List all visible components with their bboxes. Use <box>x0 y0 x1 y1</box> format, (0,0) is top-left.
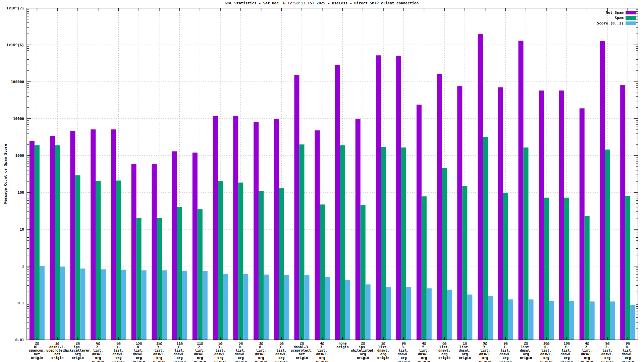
bar-score-0-1-21 <box>447 290 452 340</box>
bar-spam-8 <box>177 207 182 340</box>
y-tick-label: 1x10^{7} <box>1 6 24 10</box>
bar-not-spam-5 <box>111 129 116 340</box>
bar-score-0-1-11 <box>243 274 248 340</box>
bar-not-spam-9 <box>193 153 198 340</box>
bar-spam-13 <box>279 188 284 340</box>
bar-not-spam-3 <box>70 131 75 340</box>
bar-score-0-1-18 <box>386 287 391 340</box>
bar-spam-11 <box>238 183 243 340</box>
y-tick-label: 1x10^{6} <box>1 43 24 47</box>
bar-score-0-1-9 <box>203 271 208 340</box>
plot-area <box>0 0 644 362</box>
bar-spam-4 <box>96 181 101 340</box>
bar-not-spam-18 <box>376 55 381 340</box>
legend-row-notspam: Not Spam <box>597 11 636 14</box>
bar-spam-27 <box>564 198 569 340</box>
legend-row-spam: Spam <box>597 16 636 20</box>
bar-not-spam-13 <box>274 119 279 340</box>
bar-spam-28 <box>585 216 590 340</box>
bar-score-0-1-19 <box>406 287 411 340</box>
bar-spam-17 <box>361 205 366 340</box>
bar-score-0-1-25 <box>528 299 533 340</box>
bar-score-0-1-10 <box>223 274 228 340</box>
bar-not-spam-19 <box>396 56 401 340</box>
bar-not-spam-6 <box>131 164 137 340</box>
bar-not-spam-27 <box>559 90 564 340</box>
legend-row-score: Score (0..1) <box>597 21 636 25</box>
bar-score-0-1-22 <box>467 295 472 340</box>
bar-not-spam-28 <box>580 108 585 340</box>
bar-score-0-1-30 <box>630 305 635 340</box>
legend-swatch-notspam <box>626 11 636 14</box>
bar-not-spam-1 <box>30 141 35 340</box>
bar-score-0-1-6 <box>142 270 147 340</box>
bar-not-spam-25 <box>518 41 523 340</box>
bar-not-spam-11 <box>233 116 238 340</box>
bar-spam-21 <box>442 168 447 340</box>
bar-score-0-1-26 <box>549 301 554 340</box>
bar-not-spam-4 <box>91 129 96 340</box>
bar-spam-22 <box>462 186 467 340</box>
y-tick-label: 0.1 <box>1 301 24 305</box>
x-tick-label: 9@ 0. list. dnswl. org origin <box>604 342 644 362</box>
bar-not-spam-21 <box>437 74 442 340</box>
legend-swatch-spam <box>626 16 636 20</box>
y-tick-label: 100 <box>1 190 24 195</box>
bar-score-0-1-7 <box>162 270 167 340</box>
y-tick-label: 100000 <box>1 80 24 84</box>
bar-score-0-1-16 <box>345 280 350 340</box>
bar-score-0-1-15 <box>325 277 330 340</box>
bar-score-0-1-2 <box>60 266 65 340</box>
bar-spam-23 <box>483 137 488 340</box>
bar-spam-15 <box>320 204 325 340</box>
bar-not-spam-8 <box>172 151 177 340</box>
bar-spam-9 <box>198 209 203 340</box>
y-tick-label: 1000 <box>1 154 24 158</box>
bar-score-0-1-4 <box>101 269 106 340</box>
bar-not-spam-29 <box>600 41 605 340</box>
y-tick-label: 10000 <box>1 117 24 121</box>
y-tick-label: 1 <box>1 264 24 268</box>
bar-not-spam-14 <box>294 75 299 340</box>
bar-score-0-1-20 <box>427 288 432 340</box>
bar-spam-16 <box>340 145 345 340</box>
bar-spam-1 <box>35 145 40 340</box>
bar-spam-30 <box>625 196 630 340</box>
bar-score-0-1-12 <box>264 275 269 340</box>
bar-spam-12 <box>259 191 264 340</box>
bar-score-0-1-23 <box>488 296 493 340</box>
bar-spam-26 <box>544 198 549 340</box>
bar-not-spam-24 <box>498 87 503 340</box>
bar-not-spam-16 <box>335 65 340 340</box>
legend-label-spam: Spam <box>615 16 624 20</box>
bar-score-0-1-3 <box>80 268 85 340</box>
bar-spam-14 <box>299 144 304 340</box>
bar-not-spam-12 <box>254 122 259 340</box>
bar-score-0-1-27 <box>569 301 574 340</box>
rbl-statistics-chart: RBL Statistics - Sat Dec 6 12:58:13 EST … <box>0 0 644 362</box>
bar-score-0-1-8 <box>182 271 187 340</box>
bar-spam-6 <box>137 218 142 340</box>
bar-not-spam-30 <box>620 85 625 340</box>
bar-spam-10 <box>218 181 223 340</box>
bar-spam-7 <box>157 218 162 340</box>
bar-spam-25 <box>523 147 528 340</box>
bar-not-spam-20 <box>417 105 422 340</box>
bar-score-0-1-29 <box>610 301 615 340</box>
bar-not-spam-7 <box>152 164 157 340</box>
legend-label-score: Score (0..1) <box>597 21 624 25</box>
bar-spam-18 <box>381 147 386 340</box>
bar-not-spam-23 <box>478 34 483 340</box>
bar-spam-24 <box>503 193 508 340</box>
legend: Not Spam Spam Score (0..1) <box>597 11 636 25</box>
bar-score-0-1-14 <box>304 275 309 340</box>
bar-score-0-1-5 <box>121 270 126 340</box>
bar-spam-19 <box>401 147 406 340</box>
bar-score-0-1-24 <box>508 299 513 340</box>
legend-swatch-score <box>626 21 636 25</box>
bar-spam-3 <box>75 175 80 340</box>
bar-not-spam-22 <box>457 86 462 340</box>
bar-score-0-1-17 <box>366 284 371 340</box>
bar-not-spam-10 <box>213 116 218 340</box>
bar-spam-2 <box>55 145 60 340</box>
